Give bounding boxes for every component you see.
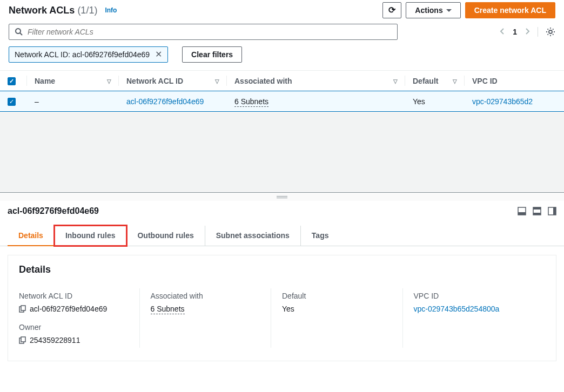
copy-icon[interactable] bbox=[19, 305, 26, 313]
next-page[interactable] bbox=[525, 28, 530, 37]
label-vpc-id: VPC ID bbox=[414, 292, 535, 300]
network-acls-table: Name▽ Network ACL ID▽ Associated with▽ D… bbox=[0, 70, 564, 111]
cell-vpc-link[interactable]: vpc-029743b65d2 bbox=[472, 97, 533, 106]
col-associated[interactable]: Associated with▽ bbox=[227, 71, 405, 91]
resource-count: (1/1) bbox=[77, 5, 97, 16]
col-name[interactable]: Name▽ bbox=[27, 71, 119, 91]
row-checkbox[interactable] bbox=[8, 98, 16, 106]
tab-details[interactable]: Details bbox=[8, 226, 55, 246]
create-network-acl-button[interactable]: Create network ACL bbox=[465, 2, 555, 18]
detail-title: acl-06f9276f9efd04e69 bbox=[8, 206, 99, 216]
actions-button[interactable]: Actions bbox=[406, 2, 460, 18]
cell-name: – bbox=[27, 91, 119, 112]
filter-chip-label: Network ACL ID: acl-06f9276f9efd04e69 bbox=[15, 50, 150, 59]
close-icon[interactable]: ✕ bbox=[155, 50, 162, 59]
label-default: Default bbox=[282, 292, 392, 300]
table-row[interactable]: – acl-06f9276f9efd04e69 6 Subnets Yes vp… bbox=[0, 91, 564, 112]
svg-rect-13 bbox=[21, 337, 25, 342]
tab-outbound-rules[interactable]: Outbound rules bbox=[126, 226, 205, 246]
caret-down-icon bbox=[446, 9, 452, 12]
filter-chip[interactable]: Network ACL ID: acl-06f9276f9efd04e69 ✕ bbox=[9, 46, 168, 63]
tab-subnet-associations[interactable]: Subnet associations bbox=[205, 226, 301, 246]
info-link[interactable]: Info bbox=[105, 6, 117, 14]
details-panel: Details Network ACL ID acl-06f9276f9efd0… bbox=[8, 255, 556, 361]
select-all-checkbox[interactable] bbox=[8, 77, 16, 85]
tab-tags[interactable]: Tags bbox=[301, 226, 340, 246]
label-owner: Owner bbox=[19, 323, 129, 332]
prev-page[interactable] bbox=[500, 28, 505, 37]
svg-rect-6 bbox=[533, 207, 541, 209]
svg-line-1 bbox=[20, 33, 22, 35]
svg-rect-9 bbox=[553, 207, 556, 215]
cell-associated[interactable]: 6 Subnets bbox=[234, 97, 268, 107]
pane-splitter[interactable] bbox=[0, 192, 564, 201]
label-acl-id: Network ACL ID bbox=[19, 292, 129, 300]
copy-icon[interactable] bbox=[19, 336, 26, 344]
refresh-icon: ⟳ bbox=[388, 6, 395, 15]
panel-heading: Details bbox=[19, 264, 545, 275]
value-vpc-id-link[interactable]: vpc-029743b65d254800a bbox=[414, 305, 500, 313]
svg-point-0 bbox=[16, 29, 21, 33]
grip-icon bbox=[277, 196, 287, 198]
cell-default: Yes bbox=[405, 91, 465, 112]
search-input[interactable] bbox=[28, 28, 392, 36]
search-icon bbox=[15, 28, 23, 36]
empty-area bbox=[0, 111, 564, 192]
layout-split-icon[interactable] bbox=[533, 207, 541, 215]
svg-rect-4 bbox=[518, 212, 526, 215]
value-owner: 254359228911 bbox=[30, 336, 80, 344]
clear-filters-button[interactable]: Clear filters bbox=[182, 46, 242, 63]
value-default: Yes bbox=[282, 305, 392, 313]
page-number: 1 bbox=[513, 28, 517, 36]
value-acl-id: acl-06f9276f9efd04e69 bbox=[30, 305, 107, 313]
col-vpc-id[interactable]: VPC ID bbox=[465, 71, 564, 91]
search-box[interactable] bbox=[9, 24, 398, 40]
col-default[interactable]: Default▽ bbox=[405, 71, 465, 91]
gear-icon[interactable] bbox=[546, 27, 555, 37]
svg-rect-11 bbox=[21, 306, 25, 310]
svg-rect-7 bbox=[533, 213, 541, 215]
svg-point-2 bbox=[549, 30, 552, 33]
layout-bottom-icon[interactable] bbox=[518, 207, 526, 215]
detail-tabs: Details Inbound rules Outbound rules Sub… bbox=[0, 216, 564, 246]
layout-side-icon[interactable] bbox=[548, 207, 556, 215]
label-associated: Associated with bbox=[151, 292, 260, 300]
page-title: Network ACLs (1/1) bbox=[9, 5, 97, 16]
value-associated[interactable]: 6 Subnets bbox=[151, 305, 185, 314]
cell-acl-id-link[interactable]: acl-06f9276f9efd04e69 bbox=[126, 97, 204, 106]
col-acl-id[interactable]: Network ACL ID▽ bbox=[119, 71, 227, 91]
tab-inbound-rules[interactable]: Inbound rules bbox=[55, 226, 127, 246]
refresh-button[interactable]: ⟳ bbox=[382, 2, 401, 18]
